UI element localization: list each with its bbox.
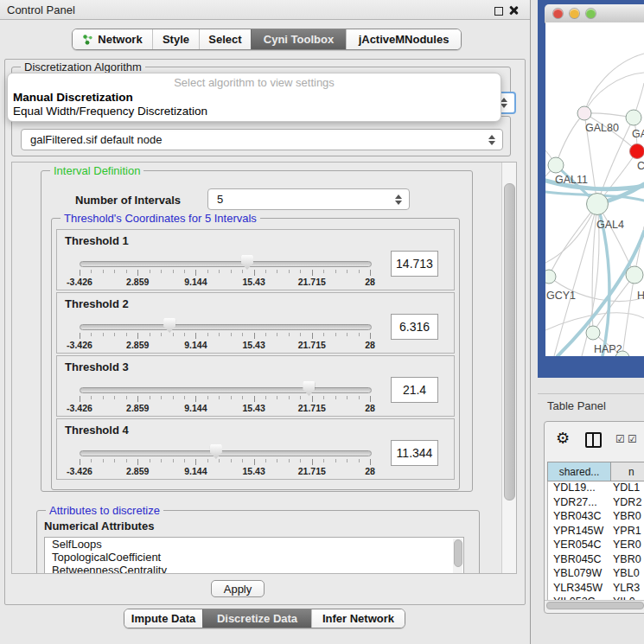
- table-row[interactable]: YBL079WYBL0: [548, 567, 644, 582]
- tab-cyni-toolbox[interactable]: Cyni Toolbox: [251, 29, 346, 49]
- cell-shared-name: YLR345W: [548, 582, 613, 596]
- table-data-combobox[interactable]: galFiltered.sif default node: [21, 129, 503, 150]
- slider-thumb-icon[interactable]: [163, 318, 175, 333]
- slider-track[interactable]: [80, 450, 372, 456]
- table-row[interactable]: YDL19...YDL1: [548, 481, 644, 496]
- table-panel: ⚙ ☑ ☑ shared... n YDL19...YDL1YDR27...YD…: [544, 421, 644, 614]
- threshold-row: Threshold 3-3.4262.8599.14415.4321.71528…: [56, 355, 455, 417]
- slider-thumb-icon[interactable]: [210, 444, 222, 459]
- apply-button[interactable]: Apply: [211, 580, 265, 597]
- attributes-scrollbar[interactable]: [453, 539, 462, 574]
- network-edge[interactable]: [584, 54, 644, 113]
- tick-mark: [150, 396, 150, 399]
- tick-mark: [289, 270, 290, 273]
- tab-network[interactable]: Network: [73, 29, 152, 49]
- tab-discretize-data[interactable]: Discretize Data: [202, 609, 311, 628]
- checkbox-icon[interactable]: ☑: [615, 434, 625, 444]
- slider-thumb-icon[interactable]: [303, 381, 315, 396]
- numerical-attributes-label: Numerical Attributes: [44, 520, 154, 532]
- tick-mark: [150, 333, 150, 336]
- gear-icon[interactable]: ⚙: [556, 429, 570, 448]
- tick-mark: [335, 396, 336, 399]
- tab-jactivemnodules[interactable]: jActiveMNodules: [346, 29, 461, 49]
- checkbox-icon[interactable]: ☑: [628, 434, 637, 444]
- tick-mark: [359, 459, 360, 462]
- slider-thumb-icon[interactable]: [241, 255, 253, 270]
- tick-label: 9.144: [184, 403, 207, 413]
- threshold-value-field[interactable]: 21.4: [391, 377, 438, 403]
- split-columns-icon[interactable]: [585, 432, 602, 448]
- tick-mark: [207, 270, 208, 273]
- tick-mark: [335, 333, 336, 336]
- table-row[interactable]: YLR345WYLR3: [548, 582, 644, 596]
- column-header-shared-name[interactable]: shared...: [547, 462, 611, 481]
- network-node-gal11[interactable]: [548, 157, 564, 173]
- algorithm-placeholder-option[interactable]: Select algorithm to view settings: [8, 76, 501, 91]
- panel-title: Control Panel: [7, 3, 75, 16]
- table-row[interactable]: YBR043CYBR0: [548, 510, 644, 525]
- tick-mark: [103, 396, 104, 399]
- threshold-value-field[interactable]: 14.713: [391, 251, 438, 277]
- tick-mark: [91, 270, 92, 273]
- close-icon[interactable]: [509, 6, 518, 15]
- threshold-value-field[interactable]: 6.316: [391, 314, 438, 340]
- threshold-value-field[interactable]: 11.344: [391, 440, 438, 466]
- discretization-algorithm-label: Discretization Algorithm: [21, 61, 145, 73]
- algorithm-option[interactable]: Manual Discretization: [8, 91, 501, 105]
- table-row[interactable]: YBR045CYBR0: [548, 553, 644, 568]
- slider-track[interactable]: [80, 261, 372, 267]
- algorithm-option[interactable]: Equal Width/Frequency Discretization: [8, 105, 501, 118]
- slider-track[interactable]: [80, 324, 372, 330]
- network-edge[interactable]: [556, 113, 584, 165]
- tick-label: 21.715: [298, 466, 326, 476]
- attribute-list-item[interactable]: TopologicalCoefficient: [45, 551, 463, 564]
- cell-name: YLR3: [613, 582, 644, 596]
- column-header-name[interactable]: n: [611, 462, 644, 481]
- table-row[interactable]: YPR145WYPR1: [548, 525, 644, 539]
- network-node-ga[interactable]: [626, 110, 641, 125]
- tab-infer-network[interactable]: Infer Network: [311, 609, 405, 628]
- tick-mark: [312, 333, 313, 339]
- tick-mark: [91, 396, 92, 399]
- tab-style[interactable]: Style: [152, 29, 199, 49]
- float-window-icon[interactable]: [494, 7, 503, 16]
- mac-minimize-button[interactable]: [570, 9, 579, 18]
- tab-select[interactable]: Select: [199, 29, 251, 49]
- network-canvas[interactable]: GAL80GACGAL11GAL4GCY1HHAP2: [545, 22, 644, 356]
- tick-mark: [219, 396, 220, 399]
- table-row[interactable]: YER054CYER0: [548, 539, 644, 553]
- node-label: H: [637, 290, 644, 302]
- tick-mark: [137, 396, 138, 402]
- table-row[interactable]: YDR27...YDR2: [548, 496, 644, 511]
- tick-mark: [80, 459, 80, 465]
- table-horizontal-scrollbar[interactable]: [545, 600, 644, 610]
- cell-shared-name: YDL19...: [548, 481, 613, 496]
- network-node-h[interactable]: [626, 266, 643, 284]
- network-edge[interactable]: [593, 275, 634, 333]
- tick-mark: [195, 333, 196, 339]
- vertical-scrollbar[interactable]: [501, 163, 516, 573]
- number-of-intervals-combobox[interactable]: 5: [207, 188, 410, 210]
- attribute-list-item[interactable]: SelfLoops: [45, 538, 463, 551]
- network-node-gcy1[interactable]: [545, 270, 556, 284]
- tick-mark: [231, 459, 232, 462]
- tick-mark: [103, 459, 104, 462]
- tab-impute-data[interactable]: Impute Data: [124, 609, 202, 628]
- attributes-group: Attributes to discretize Numerical Attri…: [36, 510, 480, 574]
- slider-track[interactable]: [80, 387, 372, 393]
- mac-zoom-button[interactable]: [586, 9, 596, 18]
- tick-label: 2.859: [126, 466, 149, 476]
- network-node-c[interactable]: [630, 144, 644, 159]
- table-panel-title: Table Panel: [538, 393, 644, 418]
- network-edge[interactable]: [622, 275, 634, 356]
- network-node-gal80[interactable]: [577, 106, 591, 120]
- network-edge[interactable]: [549, 204, 597, 277]
- settings-scrollpane: Interval Definition Number of Intervals …: [11, 162, 517, 574]
- numerical-attributes-list[interactable]: SelfLoopsTopologicalCoefficientBetweenne…: [44, 537, 464, 574]
- tick-mark: [300, 333, 301, 336]
- mac-close-button[interactable]: [553, 9, 563, 18]
- network-node-gal4[interactable]: [587, 194, 609, 215]
- attribute-list-item[interactable]: BetweennessCentrality: [45, 564, 463, 574]
- tick-mark: [173, 396, 174, 399]
- network-node-hap2[interactable]: [586, 326, 600, 340]
